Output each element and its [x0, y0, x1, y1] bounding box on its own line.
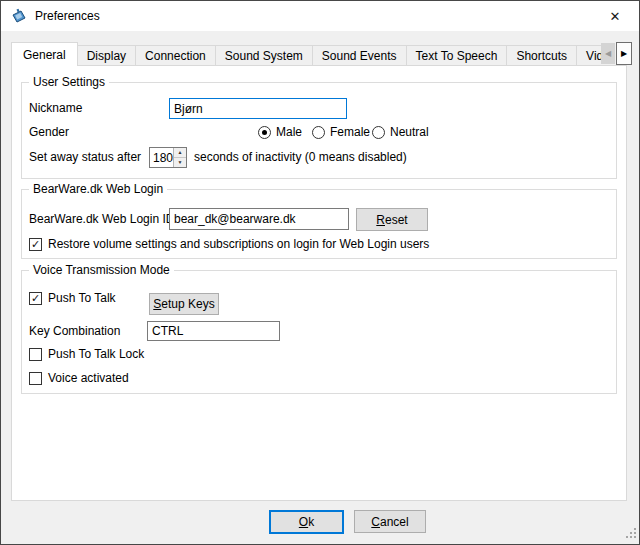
gender-neutral-radio[interactable]: [372, 126, 385, 139]
key-combination-label: Key Combination: [29, 325, 120, 338]
check-icon: ✓: [31, 293, 40, 304]
tab-sound-events[interactable]: Sound Events: [312, 45, 407, 66]
tab-text-to-speech[interactable]: Text To Speech: [406, 45, 508, 66]
window-title: Preferences: [35, 9, 100, 23]
push-to-talk-lock-label: Push To Talk Lock: [48, 348, 144, 361]
radio-dot: [262, 130, 267, 135]
gender-male-radio[interactable]: [258, 126, 271, 139]
check-icon: ✓: [31, 239, 40, 250]
tab-scroll-right-button[interactable]: ▶: [616, 42, 632, 65]
nickname-input[interactable]: [169, 98, 347, 119]
user-settings-group-title: User Settings: [29, 75, 109, 89]
key-combination-input[interactable]: [147, 321, 280, 341]
voice-activated-label: Voice activated: [48, 372, 129, 385]
spin-down-button[interactable]: ▼: [174, 158, 186, 167]
tab-bar: General Display Connection Sound System …: [11, 42, 601, 66]
resize-grip-icon[interactable]: [623, 528, 636, 541]
voice-activated-checkbox[interactable]: [29, 372, 42, 385]
push-to-talk-checkbox[interactable]: ✓: [29, 292, 42, 305]
cancel-button-mnemonic: C: [371, 515, 380, 529]
tab-sound-system[interactable]: Sound System: [215, 45, 313, 66]
cancel-button[interactable]: Cancel: [354, 510, 426, 533]
preferences-dialog: Preferences ✕ General Display Connection…: [0, 0, 640, 545]
setup-keys-button-label: etup Keys: [161, 297, 214, 311]
tab-general[interactable]: General: [11, 42, 78, 66]
scroll-left-icon: ◀: [605, 50, 611, 58]
tab-scroll-left-button: ◀: [601, 43, 615, 64]
voice-transmission-group-title: Voice Transmission Mode: [29, 263, 174, 277]
web-login-id-label: BearWare.dk Web Login ID: [29, 213, 174, 226]
restore-volume-checkbox[interactable]: ✓: [29, 238, 42, 251]
tab-display[interactable]: Display: [77, 45, 136, 66]
reset-button-mnemonic: R: [376, 213, 385, 227]
gender-label: Gender: [29, 126, 69, 139]
away-seconds-spinner[interactable]: 180 ▲ ▼: [149, 147, 187, 168]
gender-male-label: Male: [276, 126, 302, 139]
gender-neutral-label: Neutral: [390, 126, 429, 139]
ok-button-mnemonic: O: [299, 515, 308, 529]
away-status-label: Set away status after: [29, 151, 141, 164]
reset-button[interactable]: Reset: [356, 208, 428, 231]
away-seconds-value: 180: [150, 148, 173, 167]
push-to-talk-lock-checkbox[interactable]: [29, 348, 42, 361]
setup-keys-button[interactable]: Setup Keys: [149, 293, 219, 315]
spin-up-icon: ▲: [178, 150, 183, 155]
close-icon: ✕: [610, 10, 621, 23]
spin-up-button[interactable]: ▲: [174, 148, 186, 158]
scroll-right-icon: ▶: [621, 50, 627, 58]
restore-volume-label: Restore volume settings and subscription…: [48, 238, 429, 251]
ok-button[interactable]: Ok: [269, 510, 344, 534]
tab-connection[interactable]: Connection: [135, 45, 216, 66]
titlebar[interactable]: Preferences ✕: [1, 1, 639, 31]
cancel-button-label: ancel: [380, 515, 409, 529]
nickname-label: Nickname: [29, 102, 82, 115]
push-to-talk-label: Push To Talk: [48, 292, 116, 305]
reset-button-label: eset: [385, 213, 408, 227]
app-icon: [11, 8, 27, 24]
gender-female-label: Female: [330, 126, 370, 139]
close-button[interactable]: ✕: [597, 1, 633, 31]
web-login-group-title: BearWare.dk Web Login: [29, 182, 167, 196]
spin-down-icon: ▼: [178, 160, 183, 165]
tab-shortcuts[interactable]: Shortcuts: [506, 45, 577, 66]
ok-button-label: k: [308, 515, 314, 529]
spinner-buttons: ▲ ▼: [173, 148, 186, 167]
tab-video[interactable]: Video: [576, 45, 601, 66]
away-status-suffix-label: seconds of inactivity (0 means disabled): [194, 151, 407, 164]
gender-female-radio[interactable]: [312, 126, 325, 139]
web-login-id-input[interactable]: [169, 208, 349, 230]
